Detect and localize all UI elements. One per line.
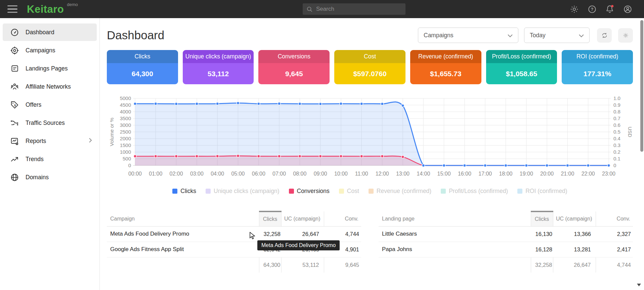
brand-logo[interactable]: Keitaro: [27, 4, 64, 14]
column-header-campaign[interactable]: Campaign: [107, 211, 259, 226]
sidebar-item-campaigns[interactable]: Campaigns: [3, 42, 97, 59]
svg-text:0.2: 0.2: [613, 149, 620, 155]
stat-card-cost[interactable]: Cost$597.0760: [334, 50, 405, 84]
scrollbar-thumb[interactable]: [640, 20, 643, 152]
svg-text:2500: 2500: [120, 129, 131, 135]
svg-text:06:00: 06:00: [252, 171, 265, 177]
global-search[interactable]: [303, 3, 405, 15]
sidebar-item-landings-pages[interactable]: Landings Pages: [3, 60, 97, 77]
legend-label: Profit/Loss (confirmed): [449, 188, 508, 195]
date-range-select[interactable]: Today: [524, 28, 590, 43]
legend-item-conversions[interactable]: Conversions: [289, 188, 330, 195]
legend-item-unique-clicks-campaign[interactable]: Unique clicks (campaign): [206, 188, 280, 195]
sidebar-item-offers[interactable]: $Offers: [3, 96, 97, 113]
chevron-down-icon: [503, 32, 513, 39]
sidebar-item-label: Reports: [26, 138, 46, 145]
sidebar-item-label: Traffic Sources: [26, 119, 65, 127]
svg-text:0.9: 0.9: [613, 102, 620, 108]
svg-text:1000: 1000: [120, 149, 131, 155]
stat-card-value: 177.31%: [562, 63, 633, 84]
dashboard-settings-button[interactable]: [618, 28, 633, 43]
sidebar-item-traffic-sources[interactable]: Traffic Sources: [3, 114, 97, 132]
sidebar-item-label: Landings Pages: [26, 65, 68, 72]
campaigns-icon: [10, 46, 19, 55]
column-header-conv[interactable]: Conv.: [324, 211, 361, 226]
stat-card-value: $1,655.73: [410, 63, 481, 84]
column-header-clicks[interactable]: Clicks: [259, 211, 281, 226]
table-row[interactable]: Meta Ads Food Delivery Promo32,25826,647…: [107, 226, 361, 242]
notification-dot: [611, 5, 613, 7]
svg-text:0.8: 0.8: [613, 109, 620, 114]
svg-text:$: $: [14, 103, 16, 107]
sidebar-item-domains[interactable]: Domains: [3, 168, 97, 186]
notifications-bell-icon[interactable]: [605, 4, 615, 14]
column-header-clicks[interactable]: Clicks: [531, 211, 553, 226]
menu-toggle-icon[interactable]: [7, 5, 17, 13]
table-row[interactable]: Papa Johns16,12813,2812,417: [379, 242, 633, 257]
row-value-cell: 13,281: [553, 242, 596, 257]
column-header-conv[interactable]: Conv.: [596, 211, 633, 226]
svg-text:20:00: 20:00: [540, 171, 554, 177]
reports-icon: [10, 137, 19, 146]
scroll-down-arrow-icon[interactable]: [637, 284, 641, 286]
refresh-button[interactable]: [597, 28, 612, 43]
stat-card-value: 64,300: [107, 63, 178, 84]
legend-item-revenue-confirmed[interactable]: Revenue (confirmed): [369, 188, 431, 195]
svg-text:Volume or %: Volume or %: [109, 117, 115, 146]
legend-label: ROI (confirmed): [525, 188, 567, 195]
account-icon[interactable]: [622, 4, 633, 14]
column-header-uc-campaign[interactable]: UC (campaign): [281, 211, 324, 226]
topbar: Keitaro demo ?: [0, 0, 644, 18]
stat-card-conversions[interactable]: Conversions9,645: [258, 50, 330, 84]
help-icon[interactable]: ?: [587, 4, 597, 14]
table-row[interactable]: Little Caesars16,13013,3662,327: [379, 226, 633, 242]
row-value-cell: 2,417: [596, 242, 633, 257]
legend-item-cost[interactable]: Cost: [339, 188, 359, 195]
svg-text:18:00: 18:00: [499, 171, 512, 177]
row-value-cell: 16,130: [531, 226, 553, 242]
traffic-chart: 0500100015002000250030003500400045005000…: [107, 94, 633, 180]
sidebar-item-reports[interactable]: Reports: [3, 132, 97, 150]
svg-text:02:00: 02:00: [170, 171, 183, 177]
sidebar-item-label: Trends: [26, 156, 44, 163]
page-scrollbar: [640, 18, 644, 290]
stat-card-revenue-confirmed[interactable]: Revenue (confirmed)$1,655.73: [410, 50, 481, 84]
legend-item-clicks[interactable]: Clicks: [172, 188, 196, 195]
legend-swatch: [172, 189, 177, 194]
svg-text:09:00: 09:00: [314, 171, 327, 177]
legend-label: Revenue (confirmed): [377, 188, 431, 195]
stat-card-roi-confirmed[interactable]: ROI (confirmed)177.31%: [562, 50, 633, 84]
sidebar-item-label: Campaigns: [26, 47, 55, 54]
stat-card-profit-loss-confirmed[interactable]: Profit/Loss (confirmed)$1,058.65: [486, 50, 557, 84]
column-header-landing-page[interactable]: Landing page: [379, 211, 531, 226]
stat-card-unique-clicks-campaign[interactable]: Unique clicks (campaign)53,112: [183, 50, 254, 84]
search-icon: [306, 6, 313, 12]
stat-card-label: Conversions: [258, 50, 330, 63]
settings-icon[interactable]: [569, 4, 579, 14]
stat-card-value: $597.0760: [334, 63, 405, 84]
column-header-uc-campaign[interactable]: UC (campaign): [553, 211, 596, 226]
legend-item-roi-confirmed[interactable]: ROI (confirmed): [517, 188, 567, 195]
svg-text:3000: 3000: [120, 122, 131, 128]
row-name-cell: Google Ads Fitness App Split: [107, 242, 259, 257]
legend-item-profit-loss-confirmed[interactable]: Profit/Loss (confirmed): [441, 188, 508, 195]
legend-label: Conversions: [297, 188, 330, 195]
sidebar-item-affiliate-networks[interactable]: Affiliate Networks: [3, 78, 97, 95]
svg-text:500: 500: [123, 156, 131, 161]
sidebar-item-dashboard[interactable]: Dashboard: [3, 23, 97, 41]
svg-text:4500: 4500: [120, 102, 131, 108]
chart-legend: ClicksUnique clicks (campaign)Conversion…: [107, 188, 633, 195]
svg-text:0.3: 0.3: [613, 142, 620, 148]
entity-filter-select[interactable]: Campaigns: [418, 28, 518, 43]
svg-text:5000: 5000: [120, 95, 131, 101]
sidebar-item-trends[interactable]: Trends: [3, 150, 97, 168]
svg-text:21:00: 21:00: [561, 171, 574, 177]
legend-swatch: [369, 189, 374, 194]
svg-text:22:00: 22:00: [582, 171, 595, 177]
legend-swatch: [339, 189, 344, 194]
page-header: Dashboard Campaigns Today: [107, 27, 633, 44]
svg-text:19:00: 19:00: [520, 171, 533, 177]
chevron-right-icon: [89, 138, 92, 144]
stat-card-clicks[interactable]: Clicks64,300: [107, 50, 178, 84]
search-input[interactable]: [316, 6, 402, 12]
